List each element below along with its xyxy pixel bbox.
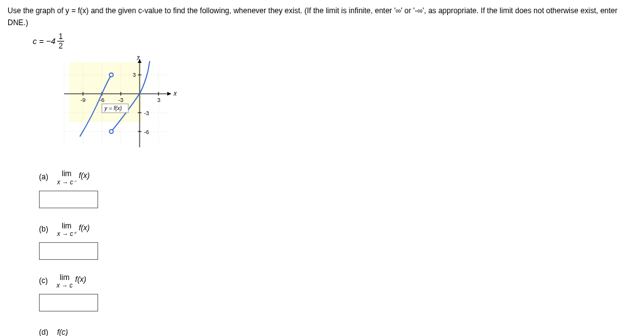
part-c-answer-input[interactable] bbox=[39, 294, 98, 311]
part-d-expr: f(c) bbox=[57, 325, 68, 336]
problem-instructions: Use the graph of y = f(x) and the given … bbox=[8, 5, 636, 29]
part-a-fx: f(x) bbox=[79, 170, 89, 180]
part-b-fx: f(x) bbox=[79, 222, 89, 232]
part-a: (a) lim x → c⁻ f(x) bbox=[39, 170, 636, 208]
part-b: (b) lim x → c⁺ f(x) bbox=[39, 222, 636, 260]
svg-text:-3: -3 bbox=[144, 110, 149, 116]
graph-svg: -9 -6 -3 3 3 -3 -6 x y y y = f(x) bbox=[58, 56, 177, 157]
graph-figure: -9 -6 -3 3 3 -3 -6 x y y y = f(x) bbox=[58, 56, 636, 159]
part-b-answer-input[interactable] bbox=[39, 242, 98, 260]
svg-text:-6: -6 bbox=[144, 129, 149, 135]
part-a-answer-input[interactable] bbox=[39, 191, 98, 208]
part-c: (c) lim x → c f(x) bbox=[39, 274, 636, 311]
svg-point-31 bbox=[109, 130, 113, 133]
part-a-limit: lim x → c⁻ bbox=[57, 170, 77, 185]
svg-text:3: 3 bbox=[157, 97, 160, 103]
svg-text:3: 3 bbox=[133, 72, 136, 78]
c-value-display: c = −4 1 2 bbox=[33, 33, 636, 50]
part-b-limit: lim x → c⁺ bbox=[57, 222, 77, 237]
part-b-label: (b) bbox=[39, 222, 48, 233]
part-c-label: (c) bbox=[39, 274, 48, 285]
part-a-label: (a) bbox=[39, 170, 48, 181]
svg-text:x: x bbox=[173, 90, 177, 97]
svg-text:y: y bbox=[136, 56, 141, 60]
part-d: (d) f(c) bbox=[39, 325, 636, 336]
svg-text:-3: -3 bbox=[118, 97, 123, 103]
svg-marker-11 bbox=[167, 92, 171, 96]
svg-rect-0 bbox=[69, 62, 142, 122]
svg-point-30 bbox=[109, 73, 113, 77]
svg-text:-9: -9 bbox=[80, 97, 86, 103]
part-c-limit: lim x → c bbox=[57, 274, 73, 289]
part-d-label: (d) bbox=[39, 325, 48, 336]
part-c-fx: f(x) bbox=[75, 274, 86, 284]
svg-text:y = f(x): y = f(x) bbox=[104, 105, 122, 111]
